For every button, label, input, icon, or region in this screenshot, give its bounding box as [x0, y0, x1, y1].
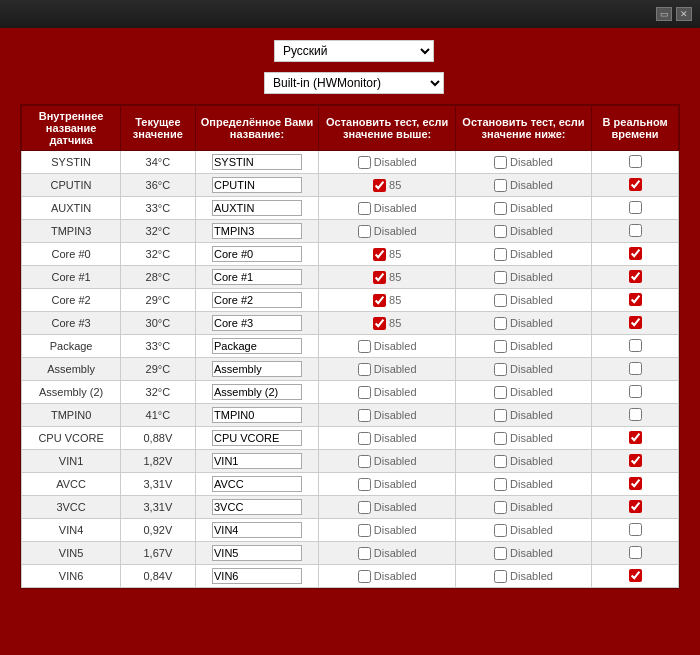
cell-name: Core #3	[22, 312, 121, 335]
cell-custom[interactable]	[195, 197, 319, 220]
cell-current: 0,88V	[121, 427, 195, 450]
cell-realtime[interactable]	[592, 335, 679, 358]
cell-custom[interactable]	[195, 473, 319, 496]
cell-stop-low[interactable]: Disabled	[455, 266, 591, 289]
cell-stop-high[interactable]: Disabled	[319, 151, 455, 174]
cell-custom[interactable]	[195, 496, 319, 519]
cell-name: VIN5	[22, 542, 121, 565]
cell-realtime[interactable]	[592, 358, 679, 381]
cell-realtime[interactable]	[592, 450, 679, 473]
cell-realtime[interactable]	[592, 197, 679, 220]
cell-realtime[interactable]	[592, 473, 679, 496]
cell-custom[interactable]	[195, 450, 319, 473]
cell-realtime[interactable]	[592, 312, 679, 335]
cell-realtime[interactable]	[592, 565, 679, 588]
table-row: VIN11,82VDisabledDisabled	[22, 450, 679, 473]
cell-current: 3,31V	[121, 496, 195, 519]
cell-stop-high[interactable]: Disabled	[319, 404, 455, 427]
cell-custom[interactable]	[195, 289, 319, 312]
cell-custom[interactable]	[195, 266, 319, 289]
cell-stop-low[interactable]: Disabled	[455, 243, 591, 266]
cell-stop-low[interactable]: Disabled	[455, 151, 591, 174]
cell-realtime[interactable]	[592, 381, 679, 404]
cell-current: 0,92V	[121, 519, 195, 542]
cell-stop-low[interactable]: Disabled	[455, 542, 591, 565]
cell-custom[interactable]	[195, 174, 319, 197]
cell-realtime[interactable]	[592, 266, 679, 289]
minimize-button[interactable]: ▭	[656, 7, 672, 21]
cell-stop-low[interactable]: Disabled	[455, 289, 591, 312]
cell-current: 32°C	[121, 220, 195, 243]
cell-custom[interactable]	[195, 542, 319, 565]
cell-custom[interactable]	[195, 381, 319, 404]
cell-realtime[interactable]	[592, 542, 679, 565]
cell-stop-low[interactable]: Disabled	[455, 381, 591, 404]
cell-realtime[interactable]	[592, 404, 679, 427]
cell-custom[interactable]	[195, 427, 319, 450]
cell-stop-high[interactable]: 85	[319, 312, 455, 335]
cell-stop-high[interactable]: Disabled	[319, 381, 455, 404]
cell-stop-low[interactable]: Disabled	[455, 496, 591, 519]
cell-stop-low[interactable]: Disabled	[455, 404, 591, 427]
cell-stop-high[interactable]: Disabled	[319, 427, 455, 450]
language-select[interactable]: РусскийEnglish	[274, 40, 434, 62]
cell-stop-low[interactable]: Disabled	[455, 427, 591, 450]
cell-stop-high[interactable]: 85	[319, 174, 455, 197]
table-row: Core #330°C85Disabled	[22, 312, 679, 335]
cell-stop-low[interactable]: Disabled	[455, 312, 591, 335]
cell-custom[interactable]	[195, 243, 319, 266]
cell-realtime[interactable]	[592, 496, 679, 519]
cell-realtime[interactable]	[592, 427, 679, 450]
cell-custom[interactable]	[195, 335, 319, 358]
cell-stop-high[interactable]: 85	[319, 266, 455, 289]
cell-current: 1,67V	[121, 542, 195, 565]
cell-stop-high[interactable]: Disabled	[319, 496, 455, 519]
cell-custom[interactable]	[195, 565, 319, 588]
cell-stop-high[interactable]: 85	[319, 289, 455, 312]
cell-realtime[interactable]	[592, 151, 679, 174]
cell-stop-high[interactable]: Disabled	[319, 197, 455, 220]
cell-realtime[interactable]	[592, 519, 679, 542]
cell-realtime[interactable]	[592, 220, 679, 243]
cell-stop-high[interactable]: Disabled	[319, 542, 455, 565]
cell-realtime[interactable]	[592, 174, 679, 197]
cell-stop-high[interactable]: Disabled	[319, 519, 455, 542]
cell-custom[interactable]	[195, 519, 319, 542]
cell-custom[interactable]	[195, 151, 319, 174]
cell-name: Core #2	[22, 289, 121, 312]
cell-custom[interactable]	[195, 312, 319, 335]
cell-stop-low[interactable]: Disabled	[455, 220, 591, 243]
cell-name: TMPIN0	[22, 404, 121, 427]
cell-realtime[interactable]	[592, 243, 679, 266]
cell-stop-low[interactable]: Disabled	[455, 519, 591, 542]
cell-stop-high[interactable]: Disabled	[319, 220, 455, 243]
cell-custom[interactable]	[195, 358, 319, 381]
cell-stop-high[interactable]: 85	[319, 243, 455, 266]
table-row: TMPIN041°CDisabledDisabled	[22, 404, 679, 427]
cell-stop-low[interactable]: Disabled	[455, 565, 591, 588]
cell-stop-low[interactable]: Disabled	[455, 358, 591, 381]
cell-custom[interactable]	[195, 220, 319, 243]
program-select[interactable]: Built-in (HWMonitor)HWiNFOOpen Hardware …	[264, 72, 444, 94]
cell-stop-high[interactable]: Disabled	[319, 358, 455, 381]
monitoring-table: Внутреннее название датчика Текущее знач…	[21, 105, 679, 588]
cell-stop-high[interactable]: Disabled	[319, 450, 455, 473]
table-wrapper[interactable]: Внутреннее название датчика Текущее знач…	[20, 104, 680, 589]
cell-stop-high[interactable]: Disabled	[319, 473, 455, 496]
cell-stop-low[interactable]: Disabled	[455, 450, 591, 473]
cell-name: VIN4	[22, 519, 121, 542]
cell-name: Core #0	[22, 243, 121, 266]
cell-stop-high[interactable]: Disabled	[319, 335, 455, 358]
cell-stop-low[interactable]: Disabled	[455, 197, 591, 220]
cell-stop-low[interactable]: Disabled	[455, 335, 591, 358]
close-button[interactable]: ✕	[676, 7, 692, 21]
cell-custom[interactable]	[195, 404, 319, 427]
cell-realtime[interactable]	[592, 289, 679, 312]
cell-current: 29°C	[121, 358, 195, 381]
cell-current: 41°C	[121, 404, 195, 427]
cell-stop-high[interactable]: Disabled	[319, 565, 455, 588]
cell-stop-low[interactable]: Disabled	[455, 174, 591, 197]
cell-stop-low[interactable]: Disabled	[455, 473, 591, 496]
cell-current: 33°C	[121, 335, 195, 358]
table-row: AUXTIN33°CDisabledDisabled	[22, 197, 679, 220]
